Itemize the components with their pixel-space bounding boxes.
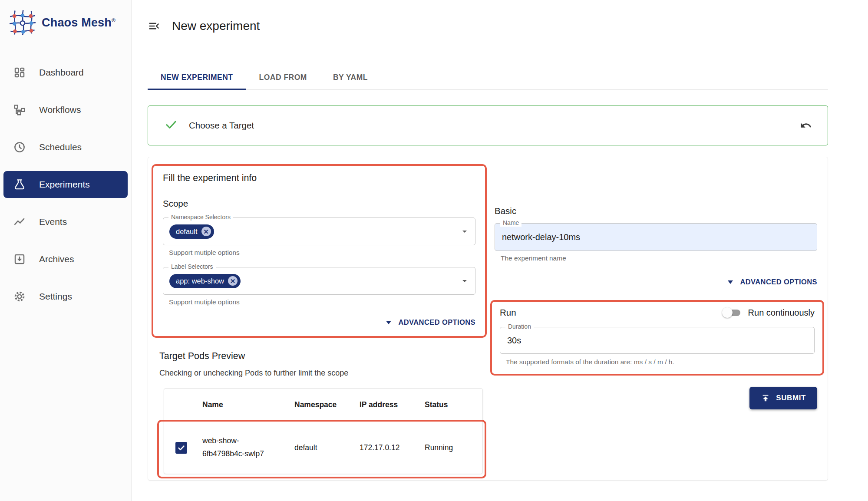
- run-section-highlight: Run Run continuously Duration: [490, 300, 824, 376]
- duration-label: Duration: [505, 323, 534, 330]
- sidebar-item-label: Dashboard: [39, 67, 84, 78]
- label-selectors-helper: Support mutiple options: [169, 298, 475, 306]
- sidebar-item-events[interactable]: Events: [3, 208, 128, 235]
- dropdown-arrow-icon[interactable]: [459, 226, 470, 237]
- registered-mark: ®: [112, 17, 116, 23]
- app-root: Chaos Mesh® Dashboard: [0, 0, 868, 501]
- archives-icon: [13, 253, 26, 266]
- submit-button-label: SUBMIT: [776, 394, 806, 402]
- duration-field: Duration: [500, 327, 815, 354]
- basic-title: Basic: [495, 206, 824, 216]
- namespace-selectors-helper: Support mutiple options: [169, 249, 475, 257]
- chaos-mesh-logo-icon: [9, 10, 36, 36]
- undo-icon[interactable]: [797, 117, 815, 134]
- sidebar: Chaos Mesh® Dashboard: [0, 0, 132, 501]
- experiment-name-input[interactable]: [501, 232, 798, 243]
- experiment-info-section-highlight: Fill the experiment info Scope Namespace…: [152, 164, 487, 338]
- publish-icon: [761, 393, 770, 403]
- choose-target-label: Choose a Target: [189, 120, 254, 131]
- tab-load-from[interactable]: LOAD FROM: [246, 65, 320, 89]
- basic-advanced-options-label: ADVANCED OPTIONS: [740, 278, 817, 286]
- sidebar-item-experiments[interactable]: Experiments: [3, 171, 128, 198]
- namespace-selectors-field[interactable]: Namespace Selectors default ✕: [163, 218, 475, 245]
- duration-helper: The supported formats of the duration ar…: [506, 358, 815, 366]
- brand-name: Chaos Mesh®: [42, 16, 116, 30]
- experiment-name-helper: The experiment name: [501, 254, 824, 262]
- schedules-icon: [13, 141, 26, 154]
- tab-new-experiment[interactable]: NEW EXPERIMENT: [148, 65, 246, 89]
- column-header-status: Status: [420, 400, 482, 409]
- sidebar-item-label: Archives: [39, 254, 74, 264]
- column-header-name: Name: [198, 400, 290, 409]
- column-header-ip: IP address: [355, 400, 420, 409]
- events-icon: [13, 215, 26, 228]
- pod-name: web-show-6fb4798b4c-swlp7: [202, 435, 273, 461]
- sidebar-item-settings[interactable]: Settings: [3, 283, 128, 310]
- basic-advanced-options[interactable]: ADVANCED OPTIONS: [490, 278, 817, 286]
- column-header-namespace: Namespace: [290, 400, 355, 409]
- scope-advanced-options-label: ADVANCED OPTIONS: [398, 318, 475, 326]
- check-icon: [165, 118, 178, 133]
- tab-bar: NEW EXPERIMENT LOAD FROM BY YAML: [148, 65, 828, 90]
- run-continuously-toggle[interactable]: [722, 307, 743, 318]
- experiment-name-field: Name: [495, 223, 817, 251]
- sidebar-item-label: Settings: [39, 291, 72, 302]
- triangle-down-icon: [728, 280, 733, 284]
- chip-delete-icon[interactable]: ✕: [201, 227, 211, 236]
- scope-title: Scope: [163, 198, 475, 209]
- pods-preview-subtitle: Checking or unchecking Pods to further l…: [159, 369, 487, 378]
- pod-ip: 172.17.0.12: [355, 443, 420, 452]
- triangle-down-icon: [386, 321, 391, 324]
- pods-table-header: Name Namespace IP address Status: [164, 389, 482, 422]
- scope-advanced-options[interactable]: ADVANCED OPTIONS: [163, 318, 475, 326]
- form-right-column: Basic Name The experiment name ADVANCED …: [490, 164, 824, 474]
- sidebar-item-label: Experiments: [39, 179, 90, 190]
- toggle-thumb: [722, 307, 733, 318]
- chip-delete-icon[interactable]: ✕: [228, 276, 238, 286]
- page-title: New experiment: [172, 19, 260, 33]
- form-left-column: Fill the experiment info Scope Namespace…: [152, 164, 487, 474]
- choose-target-step[interactable]: Choose a Target: [148, 105, 828, 145]
- sidebar-nav: Dashboard Workflows Sche: [0, 48, 131, 310]
- sidebar-item-schedules[interactable]: Schedules: [3, 134, 128, 161]
- label-selectors-label: Label Selectors: [168, 263, 216, 270]
- dashboard-icon: [13, 66, 26, 79]
- submit-button[interactable]: SUBMIT: [749, 387, 817, 409]
- experiments-icon: [13, 178, 26, 191]
- experiment-name-label: Name: [500, 219, 521, 227]
- label-selectors-field[interactable]: Label Selectors app: web-show ✕: [163, 267, 475, 295]
- duration-input[interactable]: [506, 335, 795, 346]
- namespace-chip: default ✕: [169, 224, 214, 239]
- sidebar-item-label: Workflows: [39, 105, 81, 115]
- pods-preview-title: Target Pods Preview: [159, 351, 487, 362]
- sidebar-item-label: Events: [39, 217, 67, 227]
- label-selector-chip: app: web-show ✕: [169, 274, 241, 288]
- sidebar-item-workflows[interactable]: Workflows: [3, 96, 128, 123]
- namespace-selectors-label: Namespace Selectors: [168, 214, 233, 221]
- settings-icon: [13, 290, 26, 303]
- run-continuously-label: Run continuously: [748, 308, 815, 318]
- pod-table-row[interactable]: web-show-6fb4798b4c-swlp7 default 172.17…: [164, 422, 482, 474]
- namespace-chip-label: default: [176, 227, 198, 236]
- pod-checkbox-checked[interactable]: [175, 442, 187, 454]
- sidebar-item-label: Schedules: [39, 142, 82, 152]
- label-selector-chip-label: app: web-show: [176, 277, 224, 285]
- page-header: New experiment: [148, 18, 868, 34]
- pod-namespace: default: [290, 443, 355, 452]
- run-title: Run: [500, 307, 516, 318]
- experiment-info-title: Fill the experiment info: [163, 173, 475, 184]
- brand-logo[interactable]: Chaos Mesh®: [0, 0, 131, 48]
- tab-by-yaml[interactable]: BY YAML: [320, 65, 381, 89]
- pods-table: Name Namespace IP address Status web-sho…: [164, 388, 483, 474]
- sidebar-item-archives[interactable]: Archives: [3, 246, 128, 273]
- experiment-form-card: Fill the experiment info Scope Namespace…: [148, 157, 828, 481]
- dropdown-arrow-icon[interactable]: [459, 276, 470, 286]
- menu-open-icon[interactable]: [148, 19, 162, 33]
- pod-status: Running: [420, 443, 482, 452]
- workflows-icon: [13, 103, 26, 116]
- main-content: New experiment Search NEW EXPERIMENT LOA…: [132, 0, 868, 501]
- sidebar-item-dashboard[interactable]: Dashboard: [3, 59, 128, 86]
